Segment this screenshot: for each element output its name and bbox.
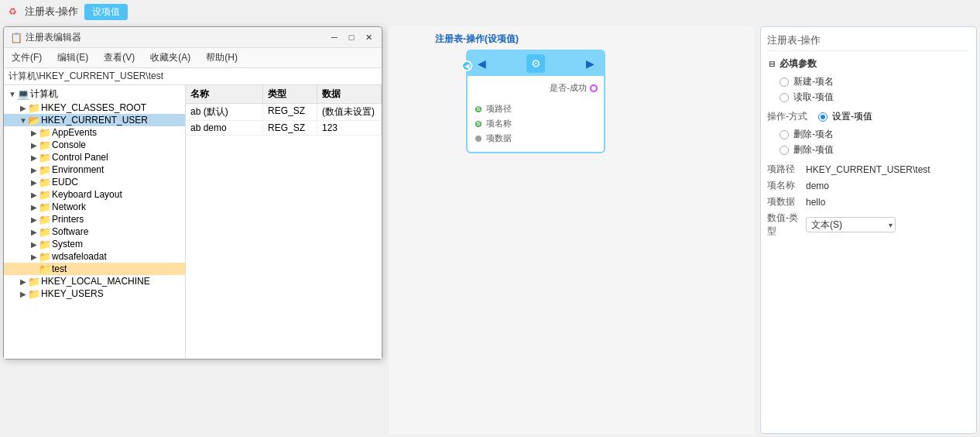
tree-label-classes-root: HKEY_CLASSES_ROOT bbox=[41, 102, 146, 113]
radio-circle-delete-value bbox=[780, 146, 789, 155]
tree-label-network: Network bbox=[52, 201, 86, 212]
radio-label-set-value: 设置-项值 bbox=[832, 110, 872, 123]
radio-delete-value[interactable]: 删除-项值 bbox=[780, 143, 970, 157]
tree-item-network[interactable]: ▶ 📁 Network bbox=[4, 201, 185, 213]
radio-group-delete: 删除-项名 删除-项值 bbox=[780, 128, 970, 157]
tree-item-software[interactable]: ▶ 📁 Software bbox=[4, 225, 185, 238]
set-value-button[interactable]: 设项值 bbox=[84, 4, 128, 20]
prop-row-name: 项名称 demo bbox=[767, 179, 970, 192]
radio-circle-set-value[interactable] bbox=[818, 112, 828, 122]
radio-label-delete-name: 删除-项名 bbox=[793, 128, 834, 141]
expander-classes-root: ▶ bbox=[18, 102, 29, 113]
section-label-required: 必填参数 bbox=[780, 57, 817, 71]
editor-icon: 📋 bbox=[10, 32, 22, 43]
folder-icon-classes-root: 📁 bbox=[29, 102, 39, 113]
tree-item-system[interactable]: ▶ 📁 System bbox=[4, 238, 185, 250]
tree-item-appevents[interactable]: ▶ 📁 AppEvents bbox=[4, 126, 185, 139]
data-panel: 名称 类型 数据 ab (默认) REG_SZ (数值未设置) ab demo … bbox=[186, 85, 382, 359]
radio-delete-name[interactable]: 删除-项名 bbox=[780, 128, 970, 141]
prop-label-value-type: 数值-类型 bbox=[767, 212, 806, 238]
port-item-data bbox=[474, 134, 483, 143]
tree-label-system: System bbox=[52, 239, 83, 249]
expander-appevents: ▶ bbox=[29, 127, 39, 138]
tree-item-control-panel[interactable]: ▶ 📁 Control Panel bbox=[4, 151, 185, 163]
node-output-success: 是否-成功 bbox=[474, 81, 598, 95]
radio-new-name[interactable]: 新建-项名 bbox=[780, 75, 970, 88]
value-type-select[interactable]: 文本(S) 整数(D) 二进制(B) 多字符串(M) 可扩展字符串(E) bbox=[806, 217, 896, 232]
tree-panel[interactable]: ▼ 💻 计算机 ▶ 📁 HKEY_CLASSES_ROOT ▼ 📂 HKEY_C… bbox=[4, 85, 186, 359]
tree-item-users[interactable]: ▶ 📁 HKEY_USERS bbox=[4, 287, 185, 300]
tree-item-local-machine[interactable]: ▶ 📁 HKEY_LOCAL_MACHINE bbox=[4, 275, 185, 287]
table-row[interactable]: ab (默认) REG_SZ (数值未设置) bbox=[186, 104, 382, 121]
node-inputs: S 项路径 S 项名称 项数据 bbox=[474, 100, 598, 147]
menu-file[interactable]: 文件(F) bbox=[7, 50, 46, 66]
expander-system: ▶ bbox=[29, 239, 39, 249]
tree-item-keyboard-layout[interactable]: ▶ 📁 Keyboard Layout bbox=[4, 188, 185, 201]
expander-software: ▶ bbox=[29, 226, 39, 237]
col-header-type: 类型 bbox=[263, 85, 317, 103]
section-collapse-icon[interactable]: ⊟ bbox=[767, 60, 776, 69]
node-arrow-left[interactable]: ◀ bbox=[474, 56, 489, 71]
tree-label-computer: 计算机 bbox=[30, 88, 58, 101]
expander-network: ▶ bbox=[29, 201, 39, 212]
folder-icon-control-panel: 📁 bbox=[39, 152, 50, 163]
node-body: 是否-成功 S 项路径 S 项名称 项数据 bbox=[468, 76, 604, 152]
tree-label-console: Console bbox=[52, 139, 86, 150]
prop-value-path: HKEY_CURRENT_USER\test bbox=[806, 164, 930, 175]
properties-section: 项路径 HKEY_CURRENT_USER\test 项名称 demo 项数据 … bbox=[767, 163, 970, 238]
folder-icon-system: 📁 bbox=[39, 239, 50, 249]
expander-printers: ▶ bbox=[29, 214, 39, 225]
tree-item-computer[interactable]: ▼ 💻 计算机 bbox=[4, 87, 185, 102]
section-header-required: ⊟ 必填参数 bbox=[767, 57, 970, 71]
prop-label-data: 项数据 bbox=[767, 195, 806, 208]
expander-control-panel: ▶ bbox=[29, 152, 39, 163]
address-bar: 计算机\HKEY_CURRENT_USER\test bbox=[4, 68, 382, 85]
registry-editor-window: 📋 注册表编辑器 ─ □ ✕ 文件(F) 编辑(E) 查看(V) 收藏夹(A) … bbox=[3, 26, 382, 360]
value-type-select-wrapper: 文本(S) 整数(D) 二进制(B) 多字符串(M) 可扩展字符串(E) bbox=[806, 217, 896, 232]
output-label-success: 是否-成功 bbox=[550, 82, 587, 94]
node-header: ◀ ⚙ ▶ bbox=[468, 51, 604, 76]
window-controls: ─ □ ✕ bbox=[327, 30, 375, 44]
radio-label-read-value: 读取-项值 bbox=[793, 91, 834, 104]
tree-label-wdsafeloadat: wdsafeloadat bbox=[52, 251, 107, 262]
folder-icon-keyboard-layout: 📁 bbox=[39, 189, 50, 200]
folder-icon-environment: 📁 bbox=[39, 164, 50, 175]
radio-label-delete-value: 删除-项值 bbox=[793, 143, 834, 157]
operation-method-label: 操作-方式 bbox=[767, 110, 814, 123]
address-text: 计算机\HKEY_CURRENT_USER\test bbox=[9, 70, 163, 83]
cell-type-default: REG_SZ bbox=[263, 104, 317, 120]
node-input-name: S 项名称 bbox=[474, 116, 598, 131]
node-port-left[interactable]: ◀ bbox=[461, 60, 472, 71]
menu-edit[interactable]: 编辑(E) bbox=[53, 50, 93, 66]
table-row[interactable]: ab demo REG_SZ 123 bbox=[186, 121, 382, 136]
menu-view[interactable]: 查看(V) bbox=[99, 50, 139, 66]
tree-item-environment[interactable]: ▶ 📁 Environment bbox=[4, 163, 185, 176]
radio-read-value[interactable]: 读取-项值 bbox=[780, 91, 970, 104]
tree-label-current-user: HKEY_CURRENT_USER bbox=[41, 115, 148, 126]
folder-icon-eudc: 📁 bbox=[39, 177, 50, 188]
tree-item-classes-root[interactable]: ▶ 📁 HKEY_CLASSES_ROOT bbox=[4, 102, 185, 114]
tree-label-software: Software bbox=[52, 226, 88, 237]
tree-item-test[interactable]: 📁 test bbox=[4, 263, 185, 275]
operation-method-row: 操作-方式 设置-项值 bbox=[767, 110, 970, 123]
window-menubar: 文件(F) 编辑(E) 查看(V) 收藏夹(A) 帮助(H) bbox=[4, 48, 382, 68]
close-button[interactable]: ✕ bbox=[362, 30, 375, 44]
input-label-name: 项名称 bbox=[486, 118, 512, 129]
cell-data-demo: 123 bbox=[317, 121, 382, 135]
port-item-name: S bbox=[474, 119, 483, 129]
tree-item-printers[interactable]: ▶ 📁 Printers bbox=[4, 213, 185, 225]
folder-icon-network: 📁 bbox=[39, 201, 50, 212]
tree-item-console[interactable]: ▶ 📁 Console bbox=[4, 139, 185, 151]
tree-item-eudc[interactable]: ▶ 📁 EUDC bbox=[4, 176, 185, 188]
folder-icon-users: 📁 bbox=[29, 288, 39, 299]
prop-label-name: 项名称 bbox=[767, 179, 806, 192]
cell-name-default: ab (默认) bbox=[186, 104, 263, 120]
expander-environment: ▶ bbox=[29, 164, 39, 175]
menu-favorites[interactable]: 收藏夹(A) bbox=[146, 50, 195, 66]
menu-help[interactable]: 帮助(H) bbox=[201, 50, 242, 66]
node-arrow-right[interactable]: ▶ bbox=[582, 56, 598, 71]
maximize-button[interactable]: □ bbox=[344, 30, 358, 44]
minimize-button[interactable]: ─ bbox=[327, 30, 341, 44]
tree-item-wdsafeloadat[interactable]: ▶ 📁 wdsafeloadat bbox=[4, 250, 185, 263]
tree-item-current-user[interactable]: ▼ 📂 HKEY_CURRENT_USER bbox=[4, 114, 185, 126]
